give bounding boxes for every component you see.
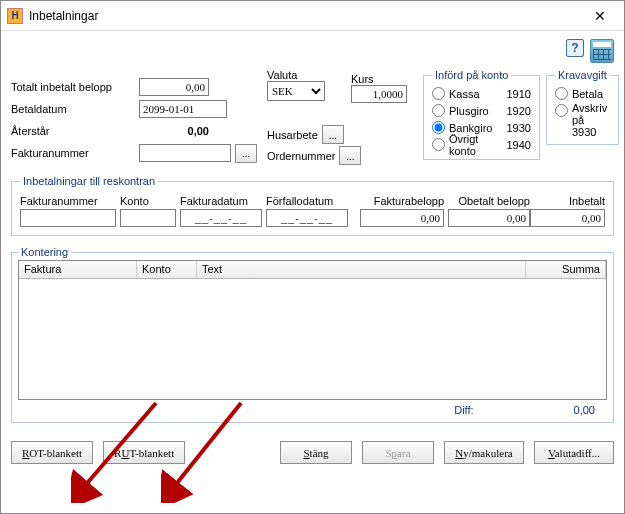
kontering-table[interactable]: Faktura Konto Text Summa [18, 260, 607, 400]
col-fakturadatum: Fakturadatum [180, 195, 266, 209]
label-fakturanr: Fakturanummer [11, 147, 139, 159]
label-kurs: Kurs [351, 73, 417, 85]
radio-plusgiro[interactable]: Plusgiro1920 [432, 102, 531, 119]
spara-button[interactable]: Spara [362, 441, 434, 464]
row-fn-input[interactable] [20, 209, 116, 227]
radio-ovrigt[interactable]: Övrigt konto1940 [432, 136, 531, 153]
col-forfallodatum: Förfallodatum [266, 195, 356, 209]
row-ob-input[interactable] [448, 209, 530, 227]
inford-legend: Införd på konto [432, 69, 511, 81]
help-icon[interactable]: ? [566, 39, 584, 57]
label-husarbete: Husarbete [267, 129, 318, 141]
row-fd[interactable]: __-__-__ [180, 209, 262, 227]
window-title: Inbetalningar [29, 9, 580, 23]
reskontra-legend: Inbetalningar till reskontran [20, 175, 158, 187]
stang-button[interactable]: Stäng [280, 441, 352, 464]
totalt-input[interactable] [139, 78, 209, 96]
diff-value: 0,00 [574, 404, 595, 416]
th-summa[interactable]: Summa [526, 261, 606, 278]
th-text[interactable]: Text [197, 261, 526, 278]
label-valuta: Valuta [267, 69, 297, 81]
rut-blankett-button[interactable]: RUT-blankett [103, 441, 185, 464]
valuta-select[interactable]: SEK [267, 81, 325, 101]
reskontra-group: Inbetalningar till reskontran Fakturanum… [11, 175, 614, 236]
inford-group: Införd på konto Kassa1910 Plusgiro1920 B… [423, 69, 540, 160]
th-konto[interactable]: Konto [137, 261, 197, 278]
radio-betala[interactable]: Betala [555, 85, 610, 102]
betaldatum-input[interactable] [139, 100, 227, 118]
kravavgift-group: Kravavgift Betala Avskriv på 3930 [546, 69, 619, 145]
label-betaldatum: Betaldatum [11, 103, 139, 115]
col-inbetalt: Inbetalt [530, 195, 605, 209]
fakturanummer-input[interactable] [139, 144, 231, 162]
husarbete-browse-button[interactable]: ... [322, 125, 344, 144]
row-fb-input[interactable] [360, 209, 444, 227]
ny-makulera-button[interactable]: Ny/makulera [444, 441, 524, 464]
radio-kassa[interactable]: Kassa1910 [432, 85, 531, 102]
kravavgift-legend: Kravavgift [555, 69, 610, 81]
kontering-group: Kontering Faktura Konto Text Summa Diff:… [11, 246, 614, 423]
col-konto: Konto [120, 195, 180, 209]
app-icon: H [7, 8, 23, 24]
kontering-legend: Kontering [18, 246, 71, 258]
row-ff[interactable]: __-__-__ [266, 209, 348, 227]
reskontra-row: __-__-__ __-__-__ [20, 209, 605, 227]
label-totalt: Totalt inbetalt belopp [11, 81, 139, 93]
diff-label: Diff: [454, 404, 473, 416]
col-fakturanummer: Fakturanummer [20, 195, 120, 209]
row-ib-input[interactable] [530, 209, 605, 227]
ordernummer-browse-button[interactable]: ... [339, 146, 361, 165]
th-faktura[interactable]: Faktura [19, 261, 137, 278]
label-aterstar: Återstår [11, 125, 139, 137]
col-obetalt: Obetalt belopp [444, 195, 530, 209]
col-fakturabelopp: Fakturabelopp [356, 195, 444, 209]
kurs-input[interactable] [351, 85, 407, 103]
radio-avskriv[interactable]: Avskriv på 3930 [555, 102, 610, 138]
valutadiff-button[interactable]: Valutadiff... [534, 441, 614, 464]
rot-blankett-button[interactable]: ROT-blankett [11, 441, 93, 464]
fakturanummer-browse-button[interactable]: ... [235, 144, 257, 163]
row-konto-input[interactable] [120, 209, 176, 227]
label-ordernummer: Ordernummer [267, 150, 335, 162]
aterstar-value: 0,00 [139, 125, 209, 137]
calculator-icon[interactable] [590, 39, 614, 63]
close-button[interactable]: ✕ [580, 4, 620, 28]
